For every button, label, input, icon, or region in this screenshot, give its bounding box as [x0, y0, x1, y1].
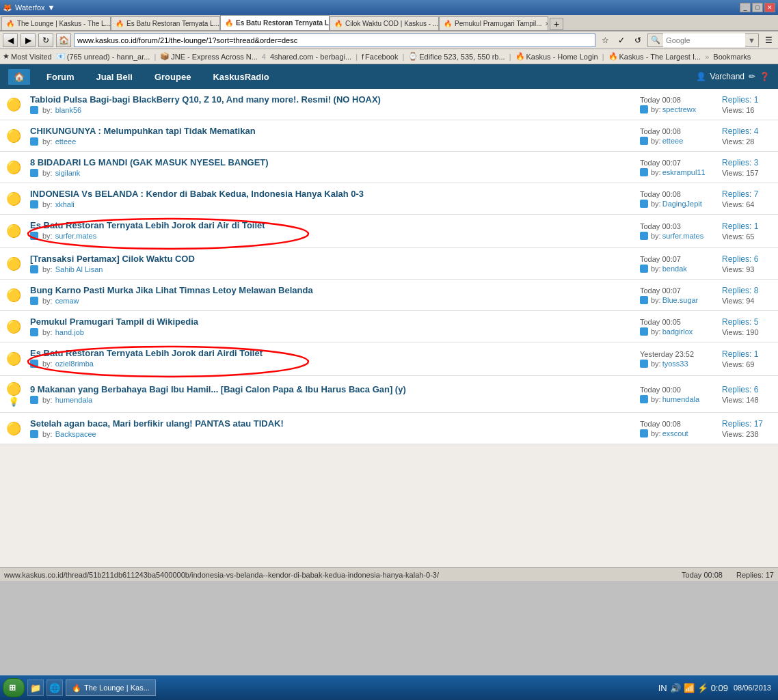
back-button[interactable]: ◀ — [3, 33, 18, 47]
new-tab-button[interactable]: + — [550, 18, 563, 30]
thread-title-link[interactable]: [Transaksi Pertamax] Cilok Waktu COD — [30, 254, 195, 264]
refresh-icon[interactable]: ↺ — [631, 33, 645, 47]
bookmark-kaskus-home[interactable]: 🔥Kaskus - Home Login — [515, 52, 598, 61]
last-poster-icon — [640, 360, 648, 368]
author-link[interactable]: surfer.mates — [55, 232, 97, 240]
edit-icon[interactable]: ✏ — [749, 72, 755, 81]
author-link[interactable]: humendala — [55, 396, 92, 404]
tab-favicon-2: 🔥 — [116, 20, 124, 27]
home-button[interactable]: 🏠 — [56, 33, 71, 47]
thread-title-link[interactable]: Tabloid Pulsa Bagi-bagi BlackBerry Q10, … — [30, 94, 381, 105]
tab-2[interactable]: 🔥 Es Batu Restoran Ternyata L... ✕ — [111, 16, 220, 30]
author-link[interactable]: xkhali — [55, 200, 75, 208]
reload-button[interactable]: ↻ — [38, 33, 53, 47]
tab-favicon-4: 🔥 — [334, 20, 343, 27]
bookmarks-menu[interactable]: Bookmarks — [713, 53, 751, 61]
replies-link[interactable]: Replies: 1 — [722, 221, 758, 231]
thread-title-link[interactable]: CHIKUNGUNYA : Melumpuhkan tapi Tidak Mem… — [30, 126, 256, 136]
replies-link[interactable]: Replies: 17 — [722, 419, 763, 429]
thread-title-link[interactable]: 9 Makanan yang Berbahaya Bagi Ibu Hamil.… — [30, 384, 406, 394]
last-poster-link[interactable]: etteee — [662, 137, 684, 145]
tab-5[interactable]: 🔥 Pemukul Pramugari Tampil... ✕ — [439, 16, 548, 30]
thread-title-link[interactable]: 8 BIDADARI LG MANDI (GAK MASUK NYESEL BA… — [30, 157, 269, 167]
thread-content-cell: INDONESIA Vs BELANDA : Kendor di Babak K… — [27, 183, 634, 215]
thread-time: Today 00:05 — [640, 318, 711, 326]
groupee-nav-link[interactable]: Groupee — [149, 69, 196, 85]
last-poster-link[interactable]: tyoss33 — [662, 360, 688, 368]
title-dropdown-btn[interactable]: ▼ — [48, 3, 55, 12]
search-input[interactable] — [663, 33, 745, 47]
restore-button[interactable]: □ — [752, 3, 763, 12]
forum-nav-link[interactable]: Forum — [41, 69, 79, 85]
author-link[interactable]: Backspacee — [55, 430, 96, 438]
thread-title-link[interactable]: Es Batu Restoran Ternyata Lebih Jorok da… — [30, 348, 263, 358]
last-poster-link[interactable]: humendala — [662, 395, 699, 403]
thread-last-meta: by: spectrewx — [640, 105, 711, 113]
thread-title-link[interactable]: Setelah agan baca, Mari berfikir ulang! … — [30, 418, 284, 429]
tab-3[interactable]: 🔥 Es Batu Restoran Ternyata L... ✕ — [220, 15, 330, 30]
replies-link[interactable]: Replies: 1 — [722, 349, 758, 359]
kaskus-radio-nav-link[interactable]: KaskusRadio — [207, 69, 274, 85]
thread-title-link[interactable]: Es Batu Restoran Ternyata Lebih Jorok da… — [30, 220, 265, 230]
last-poster-link[interactable]: spectrewx — [662, 105, 697, 113]
author-icon — [30, 297, 38, 305]
views-count: Views: 16 — [722, 106, 773, 114]
replies-link[interactable]: Replies: 4 — [722, 126, 758, 136]
author-link[interactable]: oziel8rimba — [55, 360, 94, 368]
author-link[interactable]: hand.job — [55, 328, 84, 336]
thread-last-meta: by: surfer.mates — [640, 232, 711, 240]
menu-icon[interactable]: ☰ — [762, 33, 775, 47]
replies-link[interactable]: Replies: 1 — [722, 95, 758, 105]
last-poster-link[interactable]: eskrampul11 — [662, 168, 706, 176]
minimize-button[interactable]: _ — [740, 3, 751, 12]
author-link[interactable]: etteee — [55, 137, 77, 146]
tab-close-5[interactable]: ✕ — [545, 21, 548, 27]
thread-meta: by: etteee — [30, 137, 632, 146]
thread-meta: by: hand.job — [30, 328, 632, 336]
close-button[interactable]: ✕ — [764, 3, 775, 12]
jual-beli-nav-link[interactable]: Jual Beli — [90, 69, 137, 85]
thread-icon-cell: 🟡 — [0, 342, 27, 376]
last-poster-link[interactable]: surfer.mates — [662, 232, 704, 240]
replies-link[interactable]: Replies: 6 — [722, 254, 758, 264]
home-nav-button[interactable]: 🏠 — [8, 69, 30, 85]
bookmark-email[interactable]: 📧(765 unread) - hann_ar... — [56, 52, 150, 61]
replies-link[interactable]: Replies: 8 — [722, 286, 758, 295]
last-poster-link[interactable]: exscout — [662, 429, 688, 438]
table-row: 🟡 Es Batu Restoran Ternyata Lebih Jorok … — [0, 215, 778, 248]
author-link[interactable]: sigilank — [55, 169, 81, 177]
bookmark-facebook[interactable]: fFacebook — [362, 53, 398, 61]
bookmark-check-icon[interactable]: ✓ — [615, 33, 628, 47]
replies-link[interactable]: Replies: 7 — [722, 189, 758, 199]
forward-button[interactable]: ▶ — [21, 33, 36, 47]
bookmark-star-icon[interactable]: ☆ — [598, 33, 612, 47]
replies-link[interactable]: Replies: 5 — [722, 317, 758, 327]
thread-title-link[interactable]: INDONESIA Vs BELANDA : Kendor di Babak K… — [30, 189, 364, 199]
thread-time-cell: Today 00:00 by: humendala — [634, 376, 716, 413]
thread-icon-cell: 🟡 — [0, 152, 27, 183]
last-poster-link[interactable]: bendak — [662, 265, 687, 273]
thread-time-cell: Yesterday 23:52 by: tyoss33 — [634, 342, 716, 376]
tab-4[interactable]: 🔥 Cilok Waktu COD | Kaskus - ... ✕ — [330, 16, 439, 30]
last-poster-link[interactable]: DagingJepit — [662, 200, 702, 208]
thread-icon-cell: 🟡 — [0, 280, 27, 311]
help-icon[interactable]: ❓ — [760, 72, 770, 81]
last-poster-link[interactable]: Blue.sugar — [662, 296, 699, 304]
replies-link[interactable]: Replies: 3 — [722, 158, 758, 167]
replies-link[interactable]: Replies: 6 — [722, 385, 758, 394]
bookmark-kaskus-largest[interactable]: 🔥Kaskus - The Largest I... — [608, 52, 701, 61]
thread-title-link[interactable]: Pemukul Pramugari Tampil di Wikipedia — [30, 317, 198, 327]
last-poster-link[interactable]: badgirlox — [662, 327, 693, 336]
thread-title-link[interactable]: Bung Karno Pasti Murka Jika Lihat Timnas… — [30, 285, 313, 295]
bookmark-4shared[interactable]: 4shared.com - berbagi... — [270, 53, 351, 61]
bookmark-edifice[interactable]: ⌚Edifice 523, 535, 550 rb... — [408, 52, 505, 61]
views-count: Views: 238 — [722, 430, 773, 438]
author-link[interactable]: blank56 — [55, 106, 82, 114]
author-link[interactable]: cemaw — [55, 297, 79, 305]
tab-1[interactable]: 🔥 The Lounge | Kaskus - The L... ✕ — [1, 16, 111, 30]
table-row: 🟡 Tabloid Pulsa Bagi-bagi BlackBerry Q10… — [0, 89, 778, 120]
url-bar[interactable] — [74, 33, 595, 47]
bookmark-jne[interactable]: 📦JNE - Express Across N... — [160, 52, 258, 61]
author-link[interactable]: Sahib Al Lisan — [55, 265, 103, 273]
status-time: Today 00:08 — [682, 571, 723, 579]
